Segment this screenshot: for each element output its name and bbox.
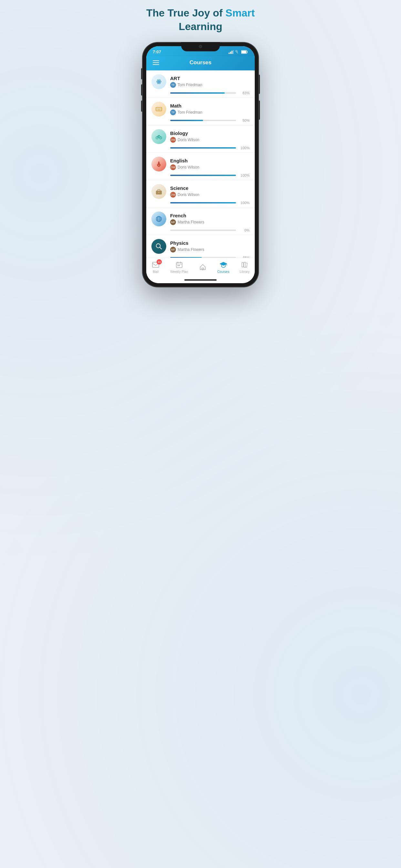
progress-label-english: 100% [239, 174, 250, 177]
nav-item-courses[interactable]: Courses [217, 260, 229, 274]
svg-rect-25 [158, 192, 159, 193]
course-icon-english [151, 157, 166, 172]
svg-point-23 [159, 135, 160, 136]
course-item-english[interactable]: English DW Doris Wilson 100% [146, 153, 255, 180]
progress-label-french: 0% [239, 228, 250, 232]
svg-rect-52 [242, 262, 243, 267]
hamburger-menu[interactable] [153, 60, 159, 65]
progress-label-art: 83% [239, 91, 250, 95]
hero-section: The True Joy of Smart Learning [140, 6, 261, 33]
progress-row-biology: 100% [151, 146, 250, 150]
hero-text-1: The True Joy of [146, 7, 225, 19]
course-list: ART TF Tom Friedman 83% [146, 70, 255, 258]
svg-rect-20 [161, 110, 161, 110]
course-icon-art [151, 74, 166, 89]
svg-rect-0 [228, 53, 229, 54]
course-name-physics1: Physics [170, 240, 250, 246]
teacher-name-math: Tom Friedman [178, 110, 203, 115]
course-icon-physics1 [151, 239, 166, 254]
page-wrapper: The True Joy of Smart Learning 7:07 [117, 6, 284, 287]
svg-rect-17 [158, 110, 158, 110]
svg-rect-48 [178, 265, 179, 266]
teacher-name-art: Tom Friedman [178, 83, 203, 87]
wifi-icon [235, 50, 240, 54]
hero-title: The True Joy of Smart Learning [146, 6, 255, 33]
svg-rect-16 [157, 110, 157, 110]
course-info-biology: Biology DW Doris Wilson [170, 130, 250, 143]
progress-label-math: 50% [239, 119, 250, 122]
teacher-info-french: MF Martha Flowers [170, 219, 250, 225]
hero-highlight: Smart [225, 7, 255, 19]
course-icon-science [151, 184, 166, 199]
progress-bar-bg-english [170, 175, 236, 176]
nav-item-home[interactable] [198, 263, 207, 271]
svg-rect-1 [230, 52, 231, 54]
progress-bar-fill-art [170, 92, 225, 94]
course-item-physics1[interactable]: Physics MF Martha Flowers 48% [146, 235, 255, 258]
nav-icon-home [198, 263, 207, 271]
nav-item-library[interactable]: Library [240, 260, 250, 274]
course-name-math: Math [170, 103, 250, 108]
teacher-name-biology: Doris Wilson [178, 137, 199, 142]
bottom-nav: 11 Mail Weekly Plan [146, 258, 255, 277]
teacher-name-physics1: Martha Flowers [178, 247, 204, 252]
teacher-info-math: TF Tom Friedman [170, 110, 250, 115]
nav-item-mail[interactable]: 11 Mail [151, 260, 160, 274]
svg-point-6 [158, 81, 159, 82]
app-header: Courses [146, 56, 255, 70]
course-item-science[interactable]: Science DW Doris Wilson 100% [146, 180, 255, 208]
svg-point-27 [158, 216, 160, 222]
svg-rect-14 [159, 108, 160, 109]
course-item-art[interactable]: ART TF Tom Friedman 83% [146, 70, 255, 98]
progress-bar-bg-physics1 [170, 257, 236, 258]
phone-frame: 7:07 [143, 42, 258, 287]
home-indicator-area [146, 277, 255, 283]
course-item-math[interactable]: Math TF Tom Friedman 50% [146, 98, 255, 125]
course-info-french: French MF Martha Flowers [170, 213, 250, 225]
nav-label-weekly-plan: Weekly Plan [170, 270, 188, 274]
battery-icon [241, 50, 248, 54]
svg-rect-12 [158, 108, 158, 109]
course-icon-math [151, 102, 166, 117]
signal-icon [228, 50, 234, 54]
phone-screen: 7:07 [146, 46, 255, 283]
progress-row-french: 0% [151, 228, 250, 232]
nav-item-weekly-plan[interactable]: Weekly Plan [170, 260, 188, 274]
svg-rect-18 [158, 110, 159, 110]
svg-line-31 [160, 247, 162, 249]
svg-rect-2 [232, 51, 233, 54]
progress-bar-bg-biology [170, 147, 236, 149]
svg-rect-13 [158, 108, 159, 109]
progress-bar-bg-math [170, 120, 236, 121]
progress-label-biology: 100% [239, 146, 250, 150]
course-info-physics1: Physics MF Martha Flowers [170, 240, 250, 252]
progress-row-art: 83% [151, 91, 250, 95]
progress-bar-fill-english [170, 175, 236, 176]
teacher-info-physics1: MF Martha Flowers [170, 247, 250, 252]
course-item-french[interactable]: French MF Martha Flowers 0% [146, 208, 255, 235]
teacher-info-art: TF Tom Friedman [170, 82, 250, 88]
teacher-name-french: Martha Flowers [178, 220, 204, 224]
progress-label-physics1: 48% [239, 256, 250, 258]
progress-bar-fill-science [170, 202, 236, 204]
course-icon-biology [151, 129, 166, 144]
svg-rect-10 [156, 107, 162, 111]
course-info-english: English DW Doris Wilson [170, 158, 250, 170]
course-info-math: Math TF Tom Friedman [170, 103, 250, 115]
svg-rect-5 [242, 51, 246, 53]
course-name-french: French [170, 213, 250, 218]
progress-row-math: 50% [151, 119, 250, 122]
nav-icon-library [241, 260, 249, 269]
home-indicator-bar [184, 279, 217, 281]
svg-rect-19 [159, 110, 160, 110]
svg-rect-15 [161, 108, 161, 109]
nav-label-courses: Courses [217, 270, 229, 274]
course-item-biology[interactable]: Biology DW Doris Wilson 100% [146, 125, 255, 153]
status-time: 7:07 [153, 50, 161, 54]
course-info-science: Science DW Doris Wilson [170, 185, 250, 197]
svg-point-50 [202, 269, 204, 270]
svg-point-21 [156, 136, 158, 139]
svg-point-26 [156, 216, 162, 222]
progress-bar-fill-biology [170, 147, 236, 149]
nav-label-library: Library [240, 270, 250, 274]
